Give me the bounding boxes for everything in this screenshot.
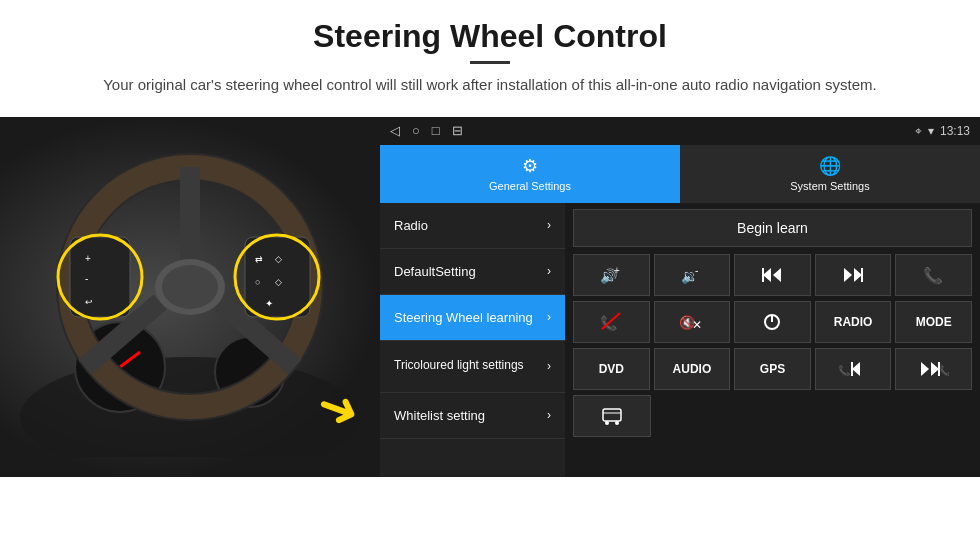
call-end-button[interactable]: 📞: [573, 301, 650, 343]
power-button[interactable]: [734, 301, 811, 343]
svg-marker-30: [844, 268, 852, 282]
begin-learn-row: Begin learn: [573, 209, 972, 247]
tel-prev-button[interactable]: 📞: [815, 348, 892, 390]
header-section: Steering Wheel Control Your original car…: [0, 0, 980, 105]
svg-marker-43: [921, 362, 929, 376]
svg-text:-: -: [85, 273, 88, 284]
home-icon[interactable]: ○: [412, 123, 420, 138]
android-panel: ◁ ○ □ ⊟ ⌖ ▾ 13:13 ⚙ General Settings: [380, 117, 980, 477]
svg-rect-11: [70, 237, 130, 317]
svg-text:↩: ↩: [85, 297, 93, 307]
svg-rect-29: [762, 268, 764, 282]
svg-text:+: +: [614, 265, 620, 276]
svg-rect-32: [861, 268, 863, 282]
svg-marker-28: [773, 268, 781, 282]
next-track-button[interactable]: [815, 254, 892, 296]
chevron-icon: ›: [547, 408, 551, 422]
svg-text:📞: 📞: [939, 364, 949, 377]
svg-text:📞: 📞: [923, 266, 943, 285]
svg-text:✕: ✕: [692, 318, 702, 332]
svg-text:⇄: ⇄: [255, 254, 263, 264]
svg-point-49: [605, 421, 609, 425]
steering-wheel-svg: + - ↩ ⇄ ◇ ○ ◇ ✦: [20, 137, 360, 457]
tab-system[interactable]: 🌐 System Settings: [680, 145, 980, 203]
svg-rect-47: [603, 409, 621, 421]
menu-item-radio[interactable]: Radio ›: [380, 203, 565, 249]
clock: 13:13: [940, 124, 970, 138]
dvd-button[interactable]: DVD: [573, 348, 650, 390]
svg-marker-41: [852, 362, 860, 376]
general-settings-icon: ⚙: [522, 155, 538, 177]
call-accept-button[interactable]: 📞: [895, 254, 972, 296]
menu-item-whitelist[interactable]: Whitelist setting ›: [380, 393, 565, 439]
menu-item-tricoloured[interactable]: Tricoloured light settings ›: [380, 341, 565, 393]
svg-marker-31: [854, 268, 862, 282]
title-divider: [470, 61, 510, 64]
svg-text:✦: ✦: [265, 298, 273, 309]
back-icon[interactable]: ◁: [390, 123, 400, 138]
svg-text:◇: ◇: [275, 277, 282, 287]
control-row-1: 🔊+ 🔉- 📞: [573, 254, 972, 296]
page-container: Steering Wheel Control Your original car…: [0, 0, 980, 545]
location-icon: ⌖: [915, 124, 922, 138]
tab-bar: ⚙ General Settings 🌐 System Settings: [380, 145, 980, 203]
gps-button[interactable]: GPS: [734, 348, 811, 390]
vol-down-button[interactable]: 🔉-: [654, 254, 731, 296]
radio-button[interactable]: RADIO: [815, 301, 892, 343]
media-icon-button[interactable]: [573, 395, 651, 437]
svg-text:○: ○: [255, 277, 260, 287]
vol-up-button[interactable]: 🔊+: [573, 254, 650, 296]
screenshot-icon[interactable]: ⊟: [452, 123, 463, 138]
prev-track-button[interactable]: [734, 254, 811, 296]
menu-item-default[interactable]: DefaultSetting ›: [380, 249, 565, 295]
chevron-icon: ›: [547, 218, 551, 232]
control-row-4: [573, 395, 972, 437]
tab-general[interactable]: ⚙ General Settings: [380, 145, 680, 203]
content-area: + - ↩ ⇄ ◇ ○ ◇ ✦ ➜: [0, 117, 980, 477]
recents-icon[interactable]: □: [432, 123, 440, 138]
wifi-icon: ▾: [928, 124, 934, 138]
chevron-icon: ›: [547, 359, 551, 373]
chevron-icon: ›: [547, 264, 551, 278]
svg-text:-: -: [695, 265, 698, 276]
page-title: Steering Wheel Control: [60, 18, 920, 55]
svg-text:+: +: [85, 253, 91, 264]
subtitle: Your original car's steering wheel contr…: [100, 74, 880, 97]
control-row-3: DVD AUDIO GPS 📞: [573, 348, 972, 390]
svg-text:📞: 📞: [838, 364, 851, 377]
mute-button[interactable]: 🔇 ✕: [654, 301, 731, 343]
audio-button[interactable]: AUDIO: [654, 348, 731, 390]
menu-item-steering[interactable]: Steering Wheel learning ›: [380, 295, 565, 341]
control-row-2: 📞 🔇 ✕: [573, 301, 972, 343]
svg-point-10: [162, 265, 218, 309]
chevron-icon: ›: [547, 310, 551, 324]
wheel-section: + - ↩ ⇄ ◇ ○ ◇ ✦ ➜: [0, 117, 380, 477]
status-bar-nav: ◁ ○ □ ⊟: [390, 123, 463, 138]
begin-learn-button[interactable]: Begin learn: [573, 209, 972, 247]
panel-content: Radio › DefaultSetting › Steering Wheel …: [380, 203, 980, 477]
svg-text:◇: ◇: [275, 254, 282, 264]
wheel-background: + - ↩ ⇄ ◇ ○ ◇ ✦ ➜: [0, 117, 380, 477]
svg-point-50: [615, 421, 619, 425]
system-settings-icon: 🌐: [819, 155, 841, 177]
left-menu: Radio › DefaultSetting › Steering Wheel …: [380, 203, 565, 477]
status-bar-right: ⌖ ▾ 13:13: [915, 124, 970, 138]
svg-marker-27: [763, 268, 771, 282]
right-panel: Begin learn 🔊+ 🔉-: [565, 203, 980, 477]
mode-button[interactable]: MODE: [895, 301, 972, 343]
svg-rect-42: [851, 362, 853, 376]
tel-next-button[interactable]: 📞: [895, 348, 972, 390]
status-bar: ◁ ○ □ ⊟ ⌖ ▾ 13:13: [380, 117, 980, 145]
svg-marker-44: [931, 362, 939, 376]
